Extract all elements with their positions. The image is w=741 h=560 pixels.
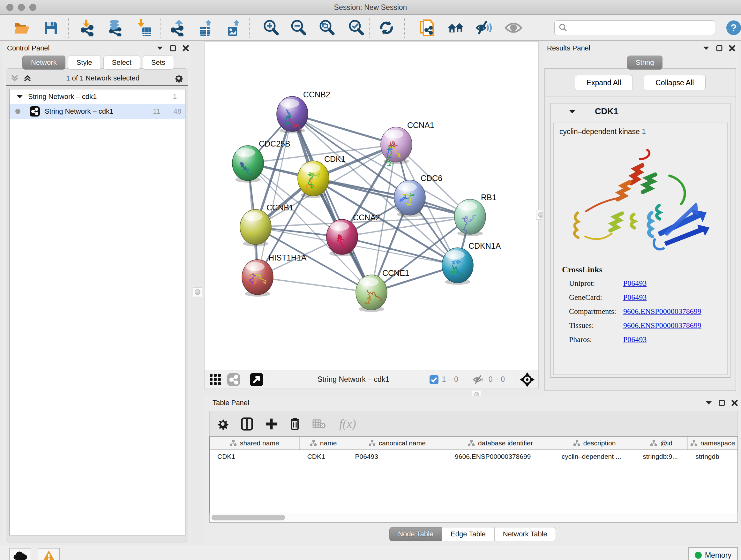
export-image-icon[interactable] [225, 19, 243, 37]
column-header-canonical-name[interactable]: canonical name [347, 437, 447, 449]
birds-eye-view-icon[interactable] [250, 373, 264, 387]
tab-style[interactable]: Style [68, 56, 101, 70]
tab-network[interactable]: Network [22, 56, 65, 70]
network-overview-houses-icon[interactable] [448, 19, 465, 37]
search-field[interactable] [554, 20, 715, 35]
protein-card: CDK1 cyclin–dependent kinase 1 [550, 103, 731, 378]
collapse-panel-icon[interactable] [156, 46, 163, 51]
float-panel-icon[interactable] [719, 400, 725, 406]
scrollbar-thumb[interactable] [212, 515, 285, 520]
zoom-fit-icon[interactable] [318, 19, 335, 37]
uniprot-link[interactable]: P06493 [623, 279, 647, 288]
cell-name[interactable]: CDK1 [300, 450, 347, 463]
selected-nodes-edges-count: 1 – 0 [442, 375, 458, 384]
network-collection-row[interactable]: String Network – cdk1 1 [10, 89, 185, 104]
warning-status-button[interactable] [38, 548, 60, 560]
share-view-icon[interactable] [227, 373, 240, 386]
node-CDK1[interactable]: CDK1 [298, 154, 346, 198]
show-columns-icon[interactable] [241, 417, 253, 431]
import-database-icon[interactable] [106, 19, 124, 37]
compartments-link[interactable]: 9606.ENSP00000378699 [623, 307, 701, 316]
node-HIST1H1A[interactable]: HIST1H1A [242, 253, 307, 297]
cell-shared-name[interactable]: CDK1 [210, 450, 300, 463]
tissues-link[interactable]: 9606.ENSP00000378699 [623, 321, 701, 330]
tab-edge-table[interactable]: Edge Table [442, 527, 494, 541]
column-header-description[interactable]: description [554, 437, 635, 449]
tab-network-table[interactable]: Network Table [494, 527, 556, 541]
search-input[interactable] [570, 21, 715, 34]
close-panel-icon[interactable] [731, 400, 738, 406]
collapse-all-button[interactable]: Collapse All [644, 75, 705, 90]
cell-description[interactable]: cyclin–dependent ... [554, 450, 635, 463]
network-row-selected[interactable]: String Network – cdk1 11 48 [10, 104, 185, 119]
cell-namespace[interactable]: stringdb [688, 450, 738, 463]
zoom-out-icon[interactable] [290, 19, 307, 37]
tab-sets[interactable]: Sets [143, 56, 174, 70]
float-panel-icon[interactable] [170, 45, 176, 51]
fit-selected-crosshair-icon[interactable] [520, 372, 535, 387]
network-selected-status: 1 of 1 Network selected [31, 74, 174, 82]
expand-all-chevrons-icon[interactable] [23, 74, 31, 82]
edge-CCNB2-CCNE1[interactable] [292, 114, 372, 293]
cell-canonical-name[interactable]: P06493 [347, 450, 447, 463]
selected-checkbox-icon[interactable] [429, 375, 439, 384]
node-CCNB1[interactable]: CCNB1 [240, 203, 293, 246]
column-header-database-identifier[interactable]: database identifier [447, 437, 554, 449]
expanded-triangle-icon[interactable] [17, 95, 23, 99]
tab-select[interactable]: Select [104, 56, 140, 70]
grid-view-icon[interactable] [209, 373, 222, 386]
memory-button[interactable]: Memory [688, 547, 738, 560]
collapse-all-chevrons-icon[interactable] [10, 74, 19, 82]
import-table-icon[interactable] [136, 19, 153, 37]
cloud-status-button[interactable] [9, 548, 31, 560]
edge-HIST1H1A-CCNE1[interactable] [258, 277, 372, 293]
help-icon[interactable]: ? [725, 19, 741, 37]
cell-database-identifier[interactable]: 9606.ENSP00000378699 [447, 450, 554, 463]
refresh-icon[interactable] [378, 19, 395, 37]
zoom-in-icon[interactable] [262, 19, 280, 37]
tab-string[interactable]: String [627, 56, 663, 70]
cell-id[interactable]: stringdb:9... [635, 450, 688, 463]
import-network-icon[interactable] [78, 19, 96, 37]
column-header-name[interactable]: name [300, 437, 347, 449]
add-column-plus-icon[interactable] [265, 418, 277, 430]
node-CDC25B[interactable]: CDC25B [232, 139, 290, 183]
column-header-id[interactable]: @id [635, 437, 688, 449]
column-header-shared-name[interactable]: shared name [210, 437, 300, 449]
export-network-icon[interactable] [169, 19, 186, 37]
tab-node-table[interactable]: Node Table [389, 527, 442, 541]
genecard-link[interactable]: P06493 [623, 293, 647, 302]
delete-trash-icon[interactable] [289, 417, 300, 431]
copy-share-document-icon[interactable] [418, 19, 435, 37]
show-hidden-eye-icon[interactable] [505, 19, 522, 37]
zoom-selected-icon[interactable] [347, 19, 365, 37]
node-CDKN1A[interactable]: CDKN1A [442, 241, 501, 285]
pharos-link[interactable]: P06493 [623, 335, 647, 344]
close-panel-icon[interactable] [729, 45, 735, 51]
gear-icon[interactable] [174, 73, 184, 83]
node-CCNB2[interactable]: CCNB2 [277, 90, 330, 133]
horizontal-scrollbar[interactable] [209, 513, 738, 523]
table-row[interactable]: CDK1 CDK1 P06493 9606.ENSP00000378699 cy… [210, 450, 738, 463]
save-session-icon[interactable] [42, 19, 59, 37]
hide-unhide-icon[interactable] [476, 19, 493, 37]
close-panel-icon[interactable] [183, 45, 189, 51]
collapse-panel-icon[interactable] [705, 401, 712, 405]
node-CDC6[interactable]: CDC6 [394, 174, 442, 217]
column-header-namespace[interactable]: namespace [688, 437, 738, 449]
collapse-panel-icon[interactable] [703, 46, 710, 51]
collapse-section-triangle-icon[interactable] [569, 109, 576, 114]
expand-all-button[interactable]: Expand All [575, 75, 633, 90]
left-splitter-grip[interactable] [193, 287, 202, 297]
node-RB1[interactable]: RB1 [455, 193, 496, 236]
open-folder-icon[interactable] [13, 19, 30, 37]
table-settings-gear-icon[interactable] [217, 418, 229, 430]
network-canvas[interactable]: CCNB2CCNA1CDC25BCDK1CDC6RB1CCNB1CCNA2CDK… [205, 42, 538, 370]
export-table-icon[interactable] [197, 19, 214, 37]
crosslink-label: Pharos: [562, 335, 623, 344]
edge-CCNB2-CCNA1[interactable] [292, 114, 396, 145]
float-panel-icon[interactable] [716, 45, 723, 51]
node-CCNA1[interactable]: CCNA1 [381, 121, 434, 166]
network-label: String Network – cdk1 [45, 107, 113, 116]
edge-CCNB2-HIST1H1A[interactable] [258, 114, 292, 277]
